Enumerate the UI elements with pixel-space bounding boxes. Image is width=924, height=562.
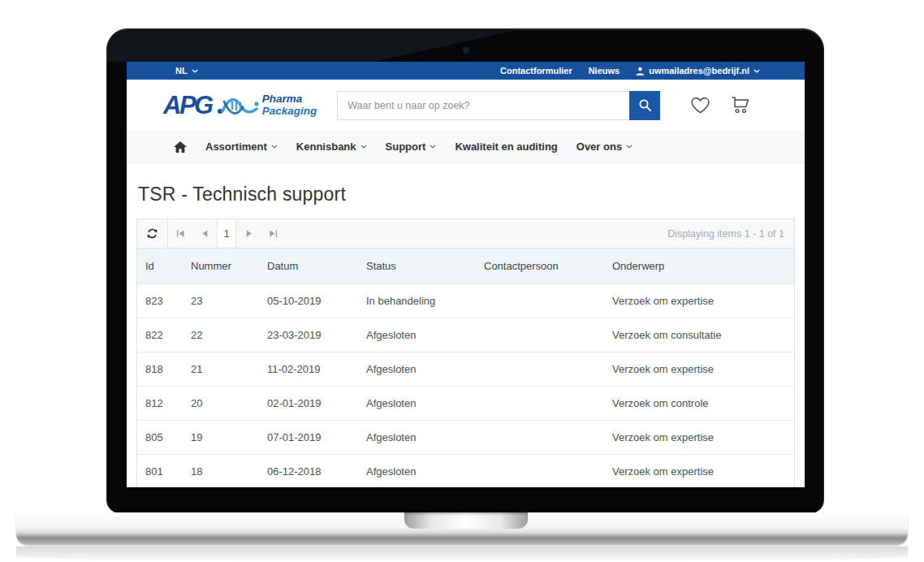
column-header-onderwerp[interactable]: Onderwerp <box>604 249 794 283</box>
nav-item-label: Over ons <box>576 140 622 153</box>
cell-status: Afgesloten <box>358 386 476 420</box>
search-input[interactable] <box>337 91 629 120</box>
cell-id: 818 <box>137 352 183 386</box>
logo-tagline-line1: Pharma <box>262 93 317 106</box>
cell-nummer: 19 <box>183 420 259 454</box>
laptop-reflection <box>16 547 908 562</box>
cell-contactpersoon <box>476 454 604 487</box>
cell-contactpersoon <box>476 352 604 386</box>
account-menu[interactable]: uwmailadres@bedrijf.nl <box>636 66 760 76</box>
page-content: TSR - Technisch support <box>127 184 805 487</box>
refresh-button[interactable] <box>137 219 168 248</box>
wishlist-button[interactable] <box>690 97 710 115</box>
prev-page-button[interactable] <box>192 219 217 248</box>
logo-tagline: Pharma Packaging <box>262 93 317 117</box>
cell-id: 812 <box>137 386 183 420</box>
page-title: TSR - Technisch support <box>138 184 795 205</box>
cell-contactpersoon <box>476 420 604 454</box>
search-bar <box>337 91 660 120</box>
cell-id: 805 <box>137 420 183 454</box>
nav-item-support[interactable]: Support <box>386 140 437 153</box>
language-label: NL <box>175 66 188 76</box>
user-icon <box>636 67 645 76</box>
nav-item-label: Assortiment <box>205 140 267 153</box>
table-row[interactable]: 822 22 23-03-2019 Afgesloten Verzoek om … <box>137 318 794 352</box>
column-header-datum[interactable]: Datum <box>259 249 358 283</box>
nav-item-kennisbank[interactable]: Kennisbank <box>296 140 367 153</box>
chevron-down-icon <box>192 69 198 73</box>
cart-button[interactable] <box>730 96 751 115</box>
table-row[interactable]: 801 18 06-12-2018 Afgesloten Verzoek om … <box>137 454 794 487</box>
table-row[interactable]: 805 19 07-01-2019 Afgesloten Verzoek om … <box>137 420 794 454</box>
cell-datum: 05-10-2019 <box>259 283 358 318</box>
table-row[interactable]: 823 23 05-10-2019 In behandeling Verzoek… <box>137 283 794 318</box>
grid-toolbar: 1 Displaying items 1 - 1 <box>137 219 794 249</box>
table-header-row: Id Nummer Datum Status Contactpersoon On… <box>137 249 794 283</box>
nav-item-label: Support <box>386 140 426 153</box>
chevron-down-icon <box>361 145 367 149</box>
tickets-table: Id Nummer Datum Status Contactpersoon On… <box>137 249 794 487</box>
table-row[interactable]: 812 20 02-01-2019 Afgesloten Verzoek om … <box>137 386 794 420</box>
nav-item-kwaliteit[interactable]: Kwaliteit en auditing <box>455 140 557 153</box>
search-button[interactable] <box>629 91 660 120</box>
cell-status: Afgesloten <box>358 454 476 487</box>
last-page-button[interactable] <box>261 219 285 248</box>
cell-contactpersoon <box>476 386 604 420</box>
refresh-icon <box>146 227 158 240</box>
cell-datum: 07-01-2019 <box>259 420 358 454</box>
cell-onderwerp: Verzoek om expertise <box>604 283 794 318</box>
nav-home[interactable] <box>174 141 187 153</box>
grid-status-text: Displaying items 1 - 1 of 1 <box>667 228 794 240</box>
cell-nummer: 18 <box>183 454 259 487</box>
laptop-lid-notch <box>404 512 528 529</box>
column-header-nummer[interactable]: Nummer <box>183 249 259 283</box>
cell-datum: 23-03-2019 <box>259 318 358 352</box>
cell-status: Afgesloten <box>358 420 476 454</box>
laptop-mockup: NL Contactformulier Nieuws uwmailadres@b… <box>0 0 924 562</box>
first-page-button[interactable] <box>168 219 192 248</box>
cell-onderwerp: Verzoek om expertise <box>604 454 794 487</box>
language-selector[interactable]: NL <box>175 66 198 76</box>
nav-item-over-ons[interactable]: Over ons <box>576 140 633 153</box>
cell-onderwerp: Verzoek om expertise <box>604 352 794 386</box>
nav-item-assortiment[interactable]: Assortiment <box>205 140 278 153</box>
cell-datum: 11-02-2019 <box>259 352 358 386</box>
next-page-button[interactable] <box>236 219 261 248</box>
search-icon <box>638 98 652 112</box>
chevron-down-icon <box>626 145 633 149</box>
site-topbar: NL Contactformulier Nieuws uwmailadres@b… <box>127 62 805 80</box>
dna-helix-icon <box>217 93 259 119</box>
table-row[interactable]: 818 21 11-02-2019 Afgesloten Verzoek om … <box>137 352 794 386</box>
nav-item-label: Kennisbank <box>296 140 356 153</box>
cell-nummer: 21 <box>183 352 259 386</box>
cell-id: 822 <box>137 318 183 352</box>
first-page-icon <box>176 229 185 238</box>
logo-tagline-line2: Packaging <box>262 106 317 118</box>
heart-icon <box>690 97 710 115</box>
contact-form-link[interactable]: Contactformulier <box>500 66 572 76</box>
home-icon <box>174 141 187 153</box>
cell-status: Afgesloten <box>358 352 476 386</box>
column-header-contactpersoon[interactable]: Contactpersoon <box>476 249 604 283</box>
cell-nummer: 22 <box>183 318 259 352</box>
cell-id: 823 <box>137 283 183 318</box>
cell-status: In behandeling <box>358 283 476 318</box>
cell-datum: 06-12-2018 <box>259 454 358 487</box>
chevron-down-icon <box>430 145 436 149</box>
prev-page-icon <box>201 229 209 238</box>
current-page-indicator[interactable]: 1 <box>217 219 236 248</box>
main-nav: Assortiment Kennisbank Support Kwaliteit… <box>127 131 805 163</box>
company-logo[interactable]: APG Pharma Packaging <box>163 92 317 119</box>
account-email: uwmailadres@bedrijf.nl <box>649 66 749 76</box>
news-link[interactable]: Nieuws <box>589 66 620 76</box>
cell-status: Afgesloten <box>358 318 476 352</box>
tickets-grid-panel: 1 Displaying items 1 - 1 <box>136 218 795 487</box>
cell-contactpersoon <box>476 283 604 318</box>
site-header: APG Pharma Packaging <box>127 80 805 131</box>
webcam-icon <box>463 47 469 54</box>
laptop-screen-frame: NL Contactformulier Nieuws uwmailadres@b… <box>106 28 824 513</box>
browser-viewport: NL Contactformulier Nieuws uwmailadres@b… <box>127 62 805 487</box>
column-header-id[interactable]: Id <box>137 249 183 283</box>
logo-brand-text: APG <box>163 93 212 118</box>
column-header-status[interactable]: Status <box>358 249 476 283</box>
